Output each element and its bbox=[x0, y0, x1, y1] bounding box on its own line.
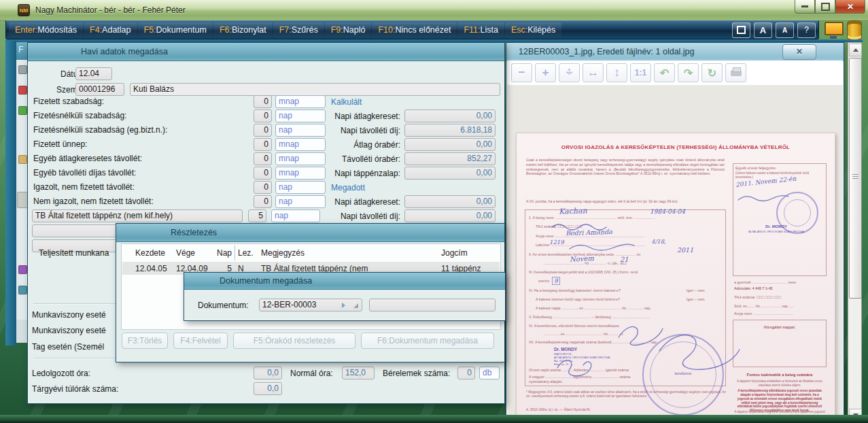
scan-handwriting: Novem bbox=[570, 254, 594, 263]
row-unit-field[interactable]: mnap bbox=[275, 152, 326, 165]
dialog-havi-titlebar[interactable]: Havi adatok megadása bbox=[28, 43, 504, 61]
scan-line: Igen – nem. bbox=[687, 297, 706, 302]
menu-item-szures[interactable]: F7:Szűrés bbox=[273, 22, 324, 37]
normal-ora-field[interactable]: 152,0 bbox=[342, 367, 375, 379]
dialog-dokumentum-titlebar[interactable]: Dokumentum megadása bbox=[184, 273, 505, 290]
row-value-field[interactable]: 0 bbox=[254, 138, 272, 151]
calc-value-field[interactable]: 852,27 bbox=[404, 152, 496, 165]
orakod-reszletezes-button[interactable]: F5:Órakód részletezés bbox=[233, 333, 355, 349]
scan-gyermek-line: a gyermek ..............................… bbox=[734, 280, 827, 285]
calc-value-field[interactable]: 0,00 bbox=[404, 109, 496, 122]
maximize-toggle-button[interactable] bbox=[732, 22, 750, 38]
row-value-field[interactable]: 0 bbox=[254, 95, 272, 108]
targyevi-field[interactable]: 0,0 bbox=[254, 382, 282, 395]
szemely-name-field[interactable]: Kuti Balázs bbox=[130, 83, 500, 96]
menu-item-dokumentum[interactable]: F5:Dokumentum bbox=[138, 22, 213, 37]
row-unit-field[interactable]: nap bbox=[275, 124, 326, 137]
dokumentum-extra-field[interactable] bbox=[369, 299, 496, 311]
folder-icon[interactable] bbox=[18, 155, 27, 164]
menu-item-nincs-elonezet[interactable]: F10:Nincs előnézet bbox=[372, 22, 457, 37]
vertical-scrollbar[interactable] bbox=[848, 42, 862, 423]
row-unit-field[interactable]: nap bbox=[275, 195, 326, 208]
given-value-field[interactable]: 0,00 bbox=[404, 209, 496, 222]
menu-item-adatlap[interactable]: F4:Adatlap bbox=[84, 22, 137, 37]
scan-doctor-name: Dr. MONDY bbox=[738, 224, 814, 230]
toolbar-icon[interactable] bbox=[18, 286, 27, 294]
row-value-field[interactable]: 0 bbox=[254, 181, 272, 194]
fit-width-button[interactable]: ↔ bbox=[583, 63, 604, 82]
calc-value-field[interactable]: 0,00 bbox=[404, 167, 496, 180]
font-increase-button[interactable]: A bbox=[754, 22, 772, 38]
tappenz-value-field[interactable]: 5 bbox=[248, 209, 266, 222]
calc-value-field[interactable]: 6.818,18 bbox=[404, 124, 496, 137]
berelemek-unit-field[interactable]: db bbox=[479, 367, 500, 379]
toolbar-icon[interactable] bbox=[18, 65, 27, 74]
felvetel-button[interactable]: F4:Felvétel bbox=[173, 333, 228, 349]
viewer-content[interactable]: ORVOSI IGAZOLÁS A KERESŐKÉPTELEN (TERHES… bbox=[507, 85, 843, 423]
scan-fontos-title: Fontos tudnivalók a beteg számára bbox=[733, 373, 827, 378]
print-button[interactable] bbox=[725, 63, 746, 82]
close-button[interactable]: ✕ bbox=[835, 0, 865, 14]
toolbar-icon[interactable] bbox=[18, 106, 27, 115]
fit-height-button[interactable]: ↕ bbox=[606, 63, 627, 82]
szemely-code-field[interactable]: 00001296 bbox=[75, 83, 124, 96]
col-header-nap[interactable]: Nap bbox=[213, 248, 232, 258]
row-unit-field[interactable]: mnap bbox=[275, 138, 326, 151]
column-divider[interactable] bbox=[235, 246, 235, 260]
given-value-field[interactable]: 0,00 bbox=[404, 195, 496, 208]
fit-page-button[interactable]: ↔↕ bbox=[559, 63, 580, 82]
zoom-out-button[interactable]: − bbox=[511, 63, 532, 82]
menu-item-modositas[interactable]: Enter:Módosítás bbox=[9, 22, 83, 37]
viewer-close-button[interactable]: ✕ bbox=[782, 44, 816, 60]
megadott-header[interactable]: Megadott bbox=[331, 183, 365, 192]
actual-size-button[interactable]: 1:1 bbox=[630, 63, 651, 82]
row-value-field[interactable]: 0 bbox=[254, 109, 272, 122]
monitor-icon[interactable] bbox=[824, 22, 842, 39]
dialog-reszletezes-titlebar[interactable]: Részletezés bbox=[116, 224, 504, 242]
combo-arrow-icon[interactable] bbox=[342, 303, 345, 308]
menu-item-kilepes[interactable]: Esc:Kilépés bbox=[505, 22, 561, 37]
row-unit-field[interactable]: nap bbox=[275, 109, 326, 122]
row-label: Egyéb átlagkeresetes távollét: bbox=[33, 154, 142, 163]
ledolgozott-field[interactable]: 0,0 bbox=[254, 367, 282, 379]
col-header-vege[interactable]: Vége bbox=[176, 248, 195, 258]
restore-button[interactable] bbox=[815, 0, 835, 14]
col-header-kezdete[interactable]: Kezdete bbox=[135, 248, 165, 258]
toolbar-icon[interactable] bbox=[18, 265, 27, 274]
rotate-left-button[interactable]: ↶ bbox=[654, 63, 675, 82]
font-decrease-button[interactable]: A bbox=[776, 22, 794, 38]
berelemek-field[interactable]: 0 bbox=[457, 367, 475, 379]
col-header-jogcim[interactable]: Jogcím bbox=[441, 248, 468, 258]
dokumentum-megadasa-button[interactable]: F6:Dokumentum megadása bbox=[361, 333, 494, 349]
calc-value-field[interactable]: 0,00 bbox=[404, 138, 496, 151]
rotate-180-button[interactable]: ↻ bbox=[701, 63, 723, 82]
row-value-field[interactable]: 0 bbox=[254, 195, 272, 208]
toolbar-icon[interactable] bbox=[18, 86, 27, 95]
database-icon[interactable] bbox=[847, 20, 862, 40]
rotate-right-button[interactable]: ↷ bbox=[678, 63, 699, 82]
datum-field[interactable]: 12.04 bbox=[75, 67, 112, 80]
menu-item-lista[interactable]: F11:Lista bbox=[457, 22, 504, 37]
scrollbar-thumb[interactable] bbox=[849, 58, 862, 299]
zoom-in-button[interactable]: + bbox=[535, 63, 556, 82]
menu-item-naplo[interactable]: F9:Napló bbox=[325, 22, 372, 37]
kalkulalt-header[interactable]: Kalkulált bbox=[331, 97, 362, 107]
tappenz-combo[interactable]: TB Által fizetett táppénz (nem kif.hely) bbox=[32, 209, 243, 222]
torles-button[interactable]: F3:Törlés bbox=[122, 333, 168, 349]
col-header-megjegyzes[interactable]: Megjegyzés bbox=[261, 248, 305, 258]
scroll-up-button[interactable] bbox=[849, 44, 862, 56]
tappenz-unit-field[interactable]: nap bbox=[271, 209, 320, 222]
row-value-field[interactable]: 0 bbox=[254, 167, 272, 180]
menu-item-bizonylat[interactable]: F6:Bizonylat bbox=[213, 22, 273, 37]
minimize-button[interactable] bbox=[795, 0, 815, 14]
scan-fontos2: A keresőképtelenség elbírálására jogosul… bbox=[734, 389, 825, 413]
help-button[interactable]: ? bbox=[797, 22, 816, 38]
row-value-field[interactable]: 0 bbox=[254, 152, 272, 165]
dokumentum-combo[interactable]: 12-BER-00003 bbox=[259, 299, 362, 311]
row-unit-field[interactable]: mnap bbox=[275, 167, 326, 180]
combo-resize-icon[interactable] bbox=[353, 303, 358, 308]
row-unit-field[interactable]: mnap bbox=[275, 95, 326, 108]
col-header-lez[interactable]: Lez. bbox=[238, 248, 254, 258]
row-value-field[interactable]: 0 bbox=[254, 124, 272, 137]
row-unit-field[interactable]: nap bbox=[275, 181, 326, 194]
